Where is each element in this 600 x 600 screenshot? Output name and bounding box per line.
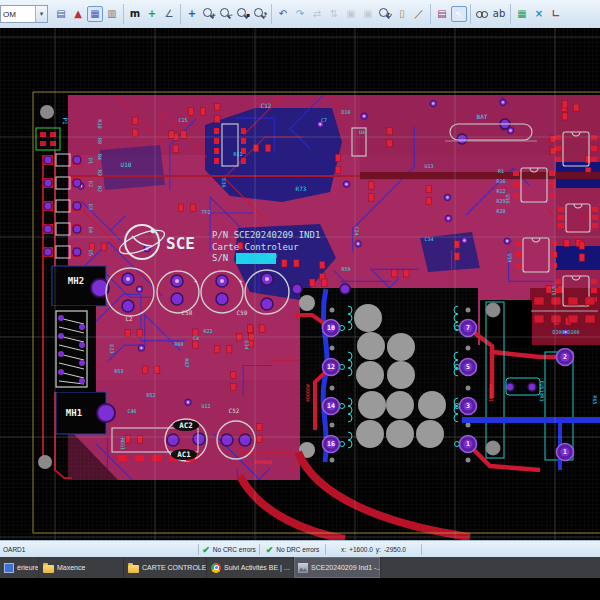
silkscreen-label: U16 (505, 194, 511, 203)
numbered-pad: 7 (460, 320, 477, 337)
y-value: -2950.0 (384, 546, 406, 553)
document-name[interactable]: OARD1 (0, 541, 198, 558)
silkscreen-label: C12 (261, 102, 272, 109)
svg-text:14: 14 (327, 402, 335, 410)
y-label: y: (376, 546, 381, 553)
silkscreen-label: D3 (88, 204, 94, 210)
layer-combobox-value: OM (1, 10, 35, 19)
silkscreen-label: D36 (221, 178, 227, 187)
mount-hole-label: MH2 (68, 276, 84, 286)
zoom-refresh-icon[interactable]: ↻ (377, 6, 393, 22)
crc-status: ✔ No CRC errors (199, 541, 259, 558)
swap-vertical-icon: ⇅ (326, 6, 342, 22)
numbered-pad: 1 (460, 436, 477, 453)
pick-tool-icon[interactable]: ／ (411, 6, 427, 22)
silkscreen-label: D1 (88, 158, 94, 164)
silkscreen-label: R73 (296, 185, 307, 192)
silkscreen-label: C7 (321, 117, 327, 123)
main-toolbar: OM ▾ ▤▲▦▥m+∠++−▪?↶↷⇄⇅▣▣↻▯／▤↖ab▦×∟ (0, 0, 600, 30)
silkscreen-label: R11 (233, 151, 242, 157)
folder-icon (43, 565, 54, 573)
ac-terminal-label: AC2 (179, 421, 193, 430)
ac-terminal-label: AC1 (177, 450, 191, 459)
svg-text:5: 5 (466, 363, 470, 371)
silkscreen-label: R65 (592, 395, 598, 404)
taskbar-item-label: érieure... (17, 564, 39, 571)
layer-colors-icon[interactable]: ▦ (514, 6, 530, 22)
silkscreen-label: C46 (127, 408, 136, 414)
silkscreen-label: R10 (97, 119, 103, 128)
silkscreen-label: C59 (237, 309, 248, 316)
taskbar-item-label: Maxence (57, 564, 85, 571)
silkscreen-label: R52 (146, 392, 155, 398)
chrome-icon (211, 563, 221, 573)
zoom-area-icon[interactable]: ▪ (235, 6, 251, 22)
crc-status-text: No CRC errors (213, 546, 256, 553)
swap-horizontal-icon: ⇄ (309, 6, 325, 22)
silkscreen-label: D5 (88, 250, 94, 256)
taskbar-item[interactable]: SCE20240209 Ind1 -... (294, 557, 381, 578)
redo-icon[interactable]: ↷ (292, 6, 308, 22)
silkscreen-label: U12 (201, 403, 210, 409)
grid-setup-icon[interactable]: ▦ (87, 6, 103, 22)
zoom-out-icon[interactable]: − (218, 6, 234, 22)
combobox-dropdown-icon[interactable]: ▾ (35, 6, 47, 22)
svg-text:1: 1 (466, 440, 470, 448)
edit-document-icon[interactable]: ▤ (53, 6, 69, 22)
taskbar-item[interactable]: CARTE CONTROLE... (124, 557, 207, 578)
silkscreen-label: REG1 (120, 438, 126, 450)
svg-text:12: 12 (327, 363, 335, 371)
paste-icon[interactable]: ▯ (394, 6, 410, 22)
folder-icon (128, 565, 139, 573)
cross-probe-icon[interactable]: × (531, 6, 547, 22)
find-icon[interactable] (474, 6, 490, 22)
undo-icon[interactable]: ↶ (275, 6, 291, 22)
silkscreen-label: D34 (244, 340, 250, 349)
drc-ok-icon: ✔ (266, 545, 274, 555)
silkscreen-label: P1 (62, 117, 69, 125)
svg-text:16: 16 (327, 440, 335, 448)
preview-document-icon[interactable]: ▤ (434, 6, 450, 22)
board-serial: S/N (212, 253, 228, 263)
numbered-pad: 10 (323, 320, 340, 337)
taskbar-item[interactable]: érieure... (0, 557, 39, 578)
numbered-pad: 3 (460, 398, 477, 415)
pcb-canvas[interactable]: + + (0, 28, 600, 540)
silkscreen-label: C4 (193, 335, 199, 341)
silkscreen-label: R22 (203, 328, 212, 334)
taskbar-item[interactable]: Suivi Activités BE | ... (207, 557, 294, 578)
silkscreen-label: D200 D100 (552, 329, 579, 335)
measure-angle-icon[interactable]: ∟ (548, 6, 564, 22)
distribute-icon: ▣ (360, 6, 376, 22)
align-icon: ▣ (343, 6, 359, 22)
silkscreen-label: C58 (182, 309, 193, 316)
svg-text:+: + (239, 277, 243, 284)
origin-marker-icon[interactable]: + (144, 6, 160, 22)
toolbar-icons: ▤▲▦▥m+∠++−▪?↶↷⇄⇅▣▣↻▯／▤↖ab▦×∟ (50, 4, 567, 24)
numbered-pad: 16 (323, 436, 340, 453)
silkscreen-label: R1 (498, 168, 504, 174)
silkscreen-label: TP2 (201, 209, 210, 215)
find-text-icon[interactable]: ab (491, 6, 507, 22)
app-window-icon (4, 563, 14, 573)
silkscreen-label: R4 (97, 154, 103, 160)
select-cursor-icon[interactable]: ↖ (451, 6, 467, 22)
taskbar-item[interactable]: Maxence (39, 557, 124, 578)
silkscreen-label: L2 (125, 315, 133, 322)
measure-units-icon[interactable]: m (127, 6, 143, 22)
angle-snap-icon[interactable]: ∠ (161, 6, 177, 22)
silkscreen-label: R9 (97, 138, 103, 144)
silkscreen-label: R67 (184, 358, 190, 367)
silkscreen-label: #00006 (254, 459, 272, 465)
silkscreen-label: R28 (496, 208, 505, 214)
svg-text:1: 1 (563, 448, 567, 456)
zoom-in-icon[interactable]: + (201, 6, 217, 22)
layer-combobox[interactable]: OM ▾ (0, 5, 48, 23)
taskbar-item-label: CARTE CONTROLE... (142, 564, 207, 571)
drc-status-text: No DRC errors (276, 546, 319, 553)
zoom-selection-icon[interactable]: ? (252, 6, 268, 22)
board-layers-icon[interactable]: ▥ (104, 6, 120, 22)
pcb-app-icon (298, 563, 308, 573)
filter-triangle-icon[interactable]: ▲ (70, 6, 86, 22)
crosshair-icon[interactable]: + (184, 6, 200, 22)
